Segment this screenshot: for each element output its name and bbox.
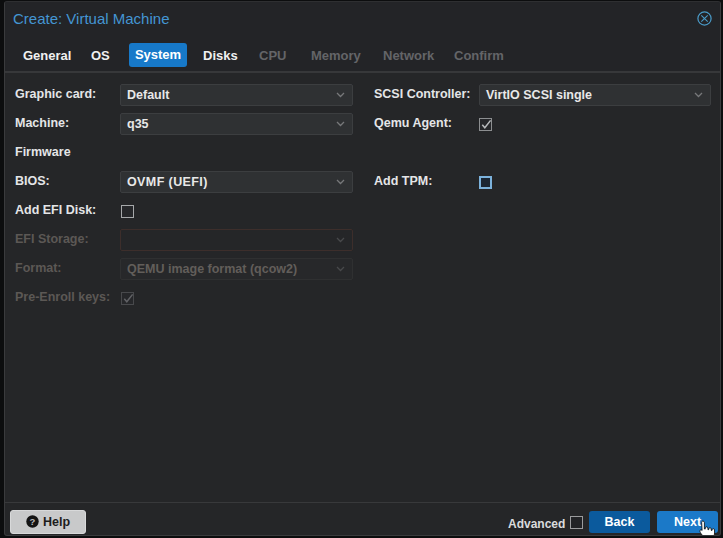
svg-text:?: ? <box>30 516 36 527</box>
